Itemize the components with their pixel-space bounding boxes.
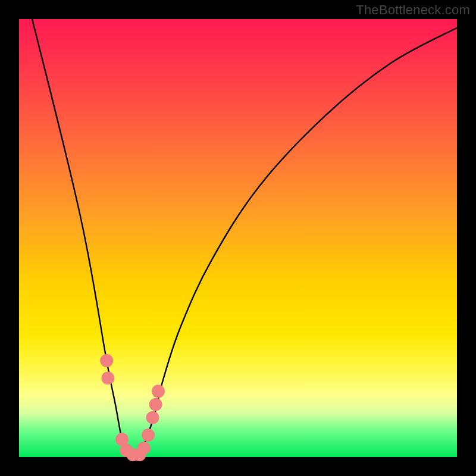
highlight-dot bbox=[149, 398, 162, 411]
watermark-text: TheBottleneck.com bbox=[356, 2, 470, 18]
highlight-dots bbox=[100, 354, 165, 461]
highlight-dot bbox=[100, 354, 113, 367]
highlight-dot bbox=[101, 372, 114, 385]
bottleneck-curve bbox=[32, 19, 457, 459]
plot-area bbox=[19, 19, 457, 457]
highlight-dot bbox=[146, 411, 159, 424]
highlight-dot bbox=[137, 441, 151, 455]
chart-svg bbox=[19, 19, 457, 457]
highlight-dot bbox=[152, 385, 165, 398]
chart-stage: TheBottleneck.com bbox=[0, 0, 476, 476]
highlight-dot bbox=[142, 428, 155, 441]
